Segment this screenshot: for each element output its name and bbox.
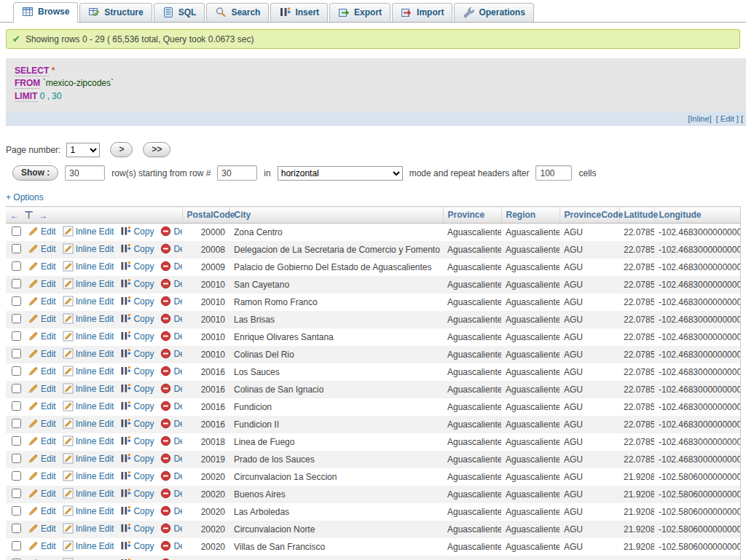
inline-edit-row-link[interactable]: Inline Edit	[63, 436, 114, 446]
edit-row-link[interactable]: Edit	[28, 261, 56, 272]
copy-row-link[interactable]: Copy	[120, 471, 154, 481]
inline-edit-row-link[interactable]: Inline Edit	[63, 296, 114, 307]
edit-row-link[interactable]: Edit	[28, 296, 56, 307]
row-checkbox[interactable]	[12, 296, 21, 306]
tab-operations[interactable]: Operations	[454, 3, 533, 22]
row-checkbox[interactable]	[12, 401, 21, 411]
inline-link[interactable]: [Inline]	[688, 114, 711, 123]
inline-edit-row-link[interactable]: Inline Edit	[63, 454, 114, 464]
edit-row-link[interactable]: Edit	[28, 541, 56, 551]
delete-row-link[interactable]: Delete	[160, 524, 182, 534]
delete-row-link[interactable]: Delete	[160, 471, 182, 481]
delete-row-link[interactable]: Delete	[160, 454, 182, 464]
delete-row-link[interactable]: Delete	[160, 489, 182, 499]
edit-row-link[interactable]: Edit	[28, 384, 56, 394]
copy-row-link[interactable]: Copy	[120, 296, 154, 307]
left-arrow-icon[interactable]: ←	[10, 210, 20, 221]
inline-edit-row-link[interactable]: Inline Edit	[63, 489, 114, 499]
inline-edit-row-link[interactable]: Inline Edit	[63, 279, 114, 289]
delete-row-link[interactable]: Delete	[160, 279, 182, 289]
page-number-select[interactable]: 1	[66, 143, 100, 157]
row-checkbox[interactable]	[12, 454, 21, 463]
copy-row-link[interactable]: Copy	[120, 349, 154, 359]
delete-row-link[interactable]: Delete	[160, 419, 182, 429]
edit-row-link[interactable]: Edit	[28, 244, 56, 254]
tab-import[interactable]: Import	[392, 3, 452, 22]
copy-row-link[interactable]: Copy	[120, 489, 154, 499]
last-page-button[interactable]: >>	[143, 142, 170, 157]
row-checkbox[interactable]	[12, 331, 21, 341]
edit-row-link[interactable]: Edit	[28, 401, 56, 411]
tab-search[interactable]: Search	[206, 3, 269, 22]
edit-row-link[interactable]: Edit	[28, 524, 56, 534]
edit-row-link[interactable]: Edit	[28, 489, 56, 499]
edit-row-link[interactable]: Edit	[28, 471, 56, 481]
mode-select[interactable]: horizontal	[278, 166, 403, 181]
row-checkbox[interactable]	[12, 384, 21, 393]
row-checkbox[interactable]	[12, 314, 21, 323]
row-checkbox[interactable]	[12, 506, 21, 516]
copy-row-link[interactable]: Copy	[120, 366, 154, 376]
copy-row-link[interactable]: Copy	[120, 454, 154, 464]
row-checkbox[interactable]	[12, 419, 21, 428]
delete-row-link[interactable]: Delete	[160, 296, 182, 307]
delete-row-link[interactable]: Delete	[160, 349, 182, 359]
column-header-region[interactable]: Region	[501, 207, 560, 224]
repeat-cells-input[interactable]	[535, 165, 572, 181]
row-checkbox[interactable]	[12, 489, 21, 498]
copy-row-link[interactable]: Copy	[120, 419, 154, 429]
show-button[interactable]: Show :	[12, 165, 58, 181]
edit-row-link[interactable]: Edit	[28, 349, 56, 359]
column-header-longitude[interactable]: Longitude	[654, 207, 740, 224]
vertical-display-icon[interactable]: ⊤	[24, 209, 35, 221]
edit-row-link[interactable]: Edit	[28, 331, 56, 342]
row-checkbox[interactable]	[12, 366, 21, 376]
edit-row-link[interactable]: Edit	[28, 506, 56, 516]
copy-row-link[interactable]: Copy	[120, 541, 154, 551]
display-direction-header[interactable]: ← ⊤ →	[6, 207, 182, 224]
edit-row-link[interactable]: Edit	[28, 436, 56, 446]
delete-row-link[interactable]: Delete	[160, 506, 182, 516]
copy-row-link[interactable]: Copy	[120, 384, 154, 394]
edit-row-link[interactable]: Edit	[28, 454, 56, 464]
column-header-postalcode[interactable]: PostalCode	[182, 207, 229, 224]
inline-edit-row-link[interactable]: Inline Edit	[63, 506, 114, 516]
start-row-input[interactable]	[217, 165, 257, 181]
copy-row-link[interactable]: Copy	[120, 279, 154, 289]
delete-row-link[interactable]: Delete	[160, 261, 182, 272]
copy-row-link[interactable]: Copy	[120, 244, 154, 254]
row-count-input[interactable]	[65, 165, 105, 181]
edit-row-link[interactable]: Edit	[28, 366, 56, 376]
edit-row-link[interactable]: Edit	[28, 314, 56, 324]
copy-row-link[interactable]: Copy	[120, 506, 154, 516]
inline-edit-row-link[interactable]: Inline Edit	[63, 261, 114, 272]
copy-row-link[interactable]: Copy	[120, 226, 154, 237]
row-checkbox[interactable]	[12, 524, 21, 533]
inline-edit-row-link[interactable]: Inline Edit	[63, 401, 114, 411]
inline-edit-row-link[interactable]: Inline Edit	[63, 419, 114, 429]
delete-row-link[interactable]: Delete	[160, 314, 182, 324]
inline-edit-row-link[interactable]: Inline Edit	[63, 244, 114, 254]
column-header-province[interactable]: Province	[443, 207, 501, 224]
delete-row-link[interactable]: Delete	[160, 226, 182, 237]
copy-row-link[interactable]: Copy	[120, 331, 154, 342]
options-toggle[interactable]: + Options	[6, 192, 746, 202]
row-checkbox[interactable]	[12, 279, 21, 288]
edit-row-link[interactable]: Edit	[28, 419, 56, 429]
delete-row-link[interactable]: Delete	[160, 401, 182, 411]
column-header-city[interactable]: City	[229, 207, 443, 224]
delete-row-link[interactable]: Delete	[160, 384, 182, 394]
inline-edit-row-link[interactable]: Inline Edit	[63, 226, 114, 237]
inline-edit-row-link[interactable]: Inline Edit	[63, 349, 114, 359]
copy-row-link[interactable]: Copy	[120, 436, 154, 446]
copy-row-link[interactable]: Copy	[120, 261, 154, 272]
tab-insert[interactable]: Insert	[270, 3, 328, 22]
row-checkbox[interactable]	[12, 226, 21, 236]
row-checkbox[interactable]	[12, 244, 21, 253]
delete-row-link[interactable]: Delete	[160, 244, 182, 254]
delete-row-link[interactable]: Delete	[160, 541, 182, 551]
tab-export[interactable]: Export	[329, 3, 390, 22]
inline-edit-row-link[interactable]: Inline Edit	[63, 471, 114, 481]
inline-edit-row-link[interactable]: Inline Edit	[63, 366, 114, 376]
edit-row-link[interactable]: Edit	[28, 226, 56, 237]
